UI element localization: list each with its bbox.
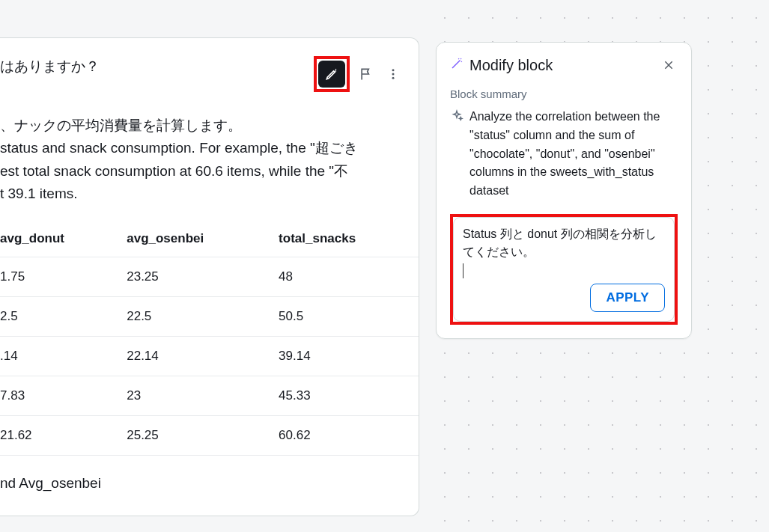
col-avg-donut: avg_donut (0, 221, 115, 257)
cell: 7.83 (0, 376, 115, 415)
more-menu-button[interactable] (383, 64, 404, 85)
apply-button[interactable]: APPLY (590, 284, 665, 312)
card-header-text: はありますか？ (0, 56, 306, 78)
card-header: はありますか？ (0, 38, 419, 92)
block-summary-label: Block summary (450, 88, 678, 100)
input-area-highlight: Status 列と donut 列の相関を分析してください。 APPLY (450, 214, 678, 325)
sparkle-icon (450, 109, 463, 129)
cell: 1.75 (0, 257, 115, 296)
apply-row: APPLY (463, 284, 665, 312)
edit-block-button[interactable] (318, 61, 345, 88)
panel-title-text: Modify block (469, 57, 553, 74)
svg-point-1 (392, 73, 395, 76)
modify-input-box: Status 列と donut 列の相関を分析してください。 APPLY (453, 217, 675, 322)
cell: 21.62 (0, 415, 115, 455)
table-header-row: avg_donut avg_osenbei total_snacks (0, 221, 419, 257)
svg-point-2 (392, 77, 395, 79)
block-summary: Analyze the correlation between the "sta… (450, 108, 678, 201)
block-summary-text: Analyze the correlation between the "sta… (469, 108, 678, 201)
results-table: avg_donut avg_osenbei total_snacks 1.75 … (0, 221, 419, 456)
cell: 22.14 (115, 336, 267, 376)
more-vertical-icon (386, 67, 400, 81)
cell: 50.5 (267, 296, 419, 336)
cell: 60.62 (267, 415, 419, 455)
cell: 25.25 (115, 415, 267, 455)
cell: 39.14 (267, 336, 419, 376)
cell: 48 (267, 257, 419, 296)
wand-icon (450, 57, 463, 74)
analysis-card: はありますか？ (0, 37, 419, 516)
cell: 45.33 (267, 376, 419, 415)
cell: 23 (115, 376, 267, 415)
text-cursor (463, 263, 463, 278)
card-header-actions (314, 56, 404, 92)
flag-icon (359, 67, 374, 82)
col-avg-osenbei: avg_osenbei (115, 221, 267, 257)
pencil-sparkle-icon (324, 67, 339, 82)
panel-header: Modify block (450, 56, 678, 74)
cell: 22.5 (115, 296, 267, 336)
table-row: 7.83 23 45.33 (0, 376, 419, 415)
analysis-body-text: 、ナックの平均消費量を計算します。 status and snack consu… (0, 92, 419, 221)
close-icon (663, 59, 675, 71)
flag-button[interactable] (356, 64, 377, 85)
close-panel-button[interactable] (660, 56, 678, 74)
card-footer-text: nd Avg_osenbei (0, 456, 419, 507)
table-row: 21.62 25.25 60.62 (0, 415, 419, 455)
modify-input-value: Status 列と donut 列の相関を分析してください。 (463, 227, 657, 258)
panel-title: Modify block (450, 57, 553, 74)
table-row: 1.75 23.25 48 (0, 257, 419, 296)
col-total-snacks: total_snacks (267, 221, 419, 257)
cell: 2.5 (0, 296, 115, 336)
modify-input[interactable]: Status 列と donut 列の相関を分析してください。 (463, 225, 665, 279)
cell: .14 (0, 336, 115, 376)
modify-block-panel: Modify block Block summary Analyze the c… (436, 42, 692, 339)
svg-point-0 (392, 69, 395, 71)
edit-button-highlight (314, 56, 350, 92)
table-row: 2.5 22.5 50.5 (0, 296, 419, 336)
table-row: .14 22.14 39.14 (0, 336, 419, 376)
cell: 23.25 (115, 257, 267, 296)
